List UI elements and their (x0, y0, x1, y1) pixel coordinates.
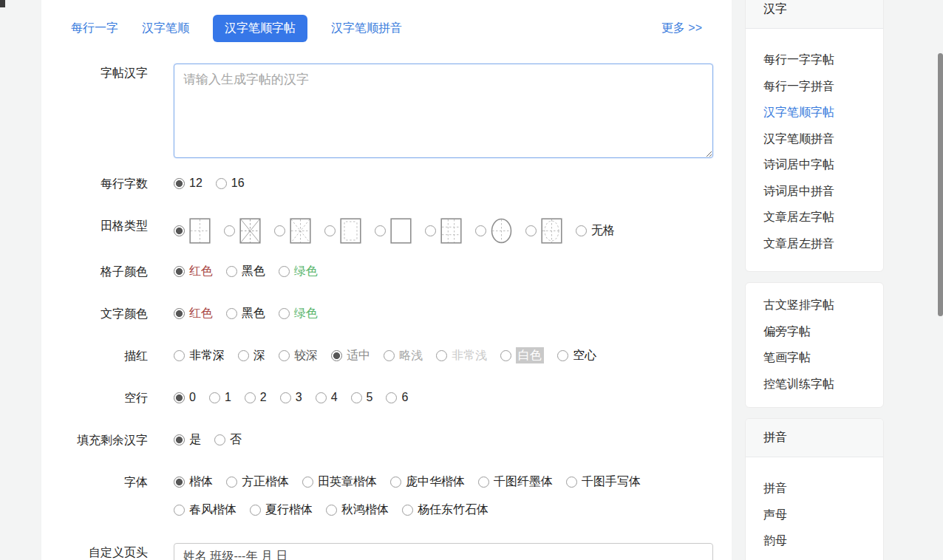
scrollbar-thumb[interactable] (938, 53, 943, 316)
grid-type-radio-5[interactable] (425, 225, 436, 236)
font-style-option-3[interactable]: 庞中华楷体 (390, 473, 465, 491)
sidebar-item-one-char-pinyin[interactable]: 每行一字拼音 (746, 73, 883, 100)
tracing-depth-radio-2[interactable] (279, 350, 290, 361)
font-style-radio-2[interactable] (302, 477, 313, 488)
blank-lines-option-4[interactable]: 4 (316, 389, 338, 406)
sidebar-item-classical-vertical-copybook[interactable]: 古文竖排字帖 (746, 292, 883, 318)
grid-type-radio-8[interactable] (576, 225, 587, 236)
font-style-radio-4[interactable] (478, 477, 489, 488)
sidebar-item-whole-syllables[interactable]: 整体认读 (746, 554, 883, 560)
sidebar-item-stroke-copybook[interactable]: 笔画字帖 (746, 344, 883, 371)
font-style-radio-5[interactable] (566, 477, 577, 488)
fill-remaining-radio-0[interactable] (174, 434, 185, 445)
tracing-depth-option-4[interactable]: 略浅 (384, 346, 423, 364)
tracing-depth-radio-7[interactable] (557, 350, 568, 361)
fill-remaining-option-1[interactable]: 否 (214, 431, 242, 448)
grid-type-option-1[interactable] (224, 216, 261, 245)
tracing-depth-radio-6[interactable] (500, 350, 511, 361)
sidebar-item-poem-centered-copybook[interactable]: 诗词居中字帖 (746, 151, 883, 178)
grid-color-option-0[interactable]: 红色 (174, 262, 213, 280)
copybook-characters-input[interactable] (174, 64, 713, 158)
tracing-depth-option-0[interactable]: 非常深 (174, 346, 225, 364)
tracing-depth-option-3[interactable]: 适中 (331, 346, 370, 364)
font-style-radio-1[interactable] (226, 477, 237, 488)
font-style-radio-3[interactable] (390, 477, 401, 488)
tracing-depth-option-6[interactable]: 白色 (500, 346, 544, 364)
grid-color-radio-2[interactable] (279, 266, 290, 277)
tracing-depth-option-2[interactable]: 较深 (279, 346, 318, 364)
grid-type-radio-7[interactable] (525, 225, 537, 236)
grid-type-option-6[interactable] (475, 216, 512, 245)
blank-lines-option-3[interactable]: 3 (280, 389, 302, 406)
tracing-depth-radio-4[interactable] (384, 350, 395, 361)
font-style-option-5[interactable]: 千图手写体 (566, 473, 641, 491)
sidebar-item-one-char-copybook[interactable]: 每行一字字帖 (746, 47, 883, 73)
font-style-option-8[interactable]: 秋鸿楷体 (326, 501, 389, 519)
grid-type-option-7[interactable] (525, 216, 562, 245)
sidebar-item-article-left-copybook[interactable]: 文章居左字帖 (746, 204, 883, 231)
grid-color-option-2[interactable]: 绿色 (279, 262, 318, 280)
tab-stroke-order[interactable]: 汉字笔顺 (142, 15, 189, 42)
chars-per-row-option-1[interactable]: 16 (216, 174, 245, 192)
grid-type-option-8[interactable]: 无格 (576, 216, 615, 245)
tracing-depth-option-7[interactable]: 空心 (557, 346, 596, 364)
blank-lines-radio-0[interactable] (174, 392, 185, 403)
blank-lines-radio-3[interactable] (280, 392, 291, 403)
tab-stroke-order-pinyin[interactable]: 汉字笔顺拼音 (331, 15, 402, 42)
grid-color-radio-0[interactable] (174, 266, 185, 277)
sidebar-item-stroke-order-copybook[interactable]: 汉字笔顺字帖 (746, 99, 883, 126)
custom-header-input[interactable] (174, 543, 713, 560)
blank-lines-radio-2[interactable] (245, 392, 256, 403)
grid-color-option-1[interactable]: 黑色 (226, 262, 265, 280)
tracing-depth-radio-1[interactable] (238, 350, 249, 361)
grid-type-option-5[interactable] (425, 216, 462, 245)
blank-lines-radio-4[interactable] (316, 392, 327, 403)
grid-type-radio-4[interactable] (375, 225, 386, 236)
tracing-depth-option-5[interactable]: 非常浅 (436, 346, 487, 364)
sidebar-item-radical-copybook[interactable]: 偏旁字帖 (746, 318, 883, 345)
sidebar-item-poem-centered-pinyin[interactable]: 诗词居中拼音 (746, 178, 883, 205)
text-color-option-0[interactable]: 红色 (174, 304, 213, 322)
blank-lines-option-2[interactable]: 2 (245, 389, 267, 406)
font-style-radio-0[interactable] (174, 477, 185, 488)
text-color-option-1[interactable]: 黑色 (226, 304, 265, 322)
tracing-depth-radio-0[interactable] (174, 350, 185, 361)
font-style-option-1[interactable]: 方正楷体 (226, 473, 289, 491)
more-link[interactable]: 更多 >> (661, 21, 702, 36)
grid-type-radio-2[interactable] (274, 225, 285, 236)
chars-per-row-radio-0[interactable] (174, 178, 185, 189)
font-style-option-2[interactable]: 田英章楷体 (302, 473, 377, 491)
sidebar-item-stroke-order-pinyin[interactable]: 汉字笔顺拼音 (746, 126, 883, 152)
grid-type-option-3[interactable] (324, 216, 361, 245)
sidebar-item-article-left-pinyin[interactable]: 文章居左拼音 (746, 231, 883, 257)
grid-type-radio-3[interactable] (324, 225, 336, 236)
grid-type-option-4[interactable] (375, 216, 412, 245)
text-color-radio-2[interactable] (279, 308, 290, 319)
text-color-radio-0[interactable] (174, 308, 185, 319)
grid-type-radio-1[interactable] (224, 225, 235, 236)
fill-remaining-option-0[interactable]: 是 (174, 431, 201, 448)
grid-type-option-0[interactable] (174, 216, 211, 245)
font-style-option-7[interactable]: 夏行楷体 (250, 501, 313, 519)
blank-lines-option-0[interactable]: 0 (174, 389, 196, 406)
grid-type-radio-6[interactable] (475, 225, 486, 236)
grid-type-option-2[interactable] (274, 216, 311, 245)
font-style-option-4[interactable]: 千图纤墨体 (478, 473, 553, 491)
sidebar-item-initials[interactable]: 声母 (746, 502, 883, 528)
blank-lines-radio-5[interactable] (351, 392, 362, 403)
font-style-radio-8[interactable] (326, 505, 337, 516)
font-style-option-0[interactable]: 楷体 (174, 473, 213, 491)
text-color-radio-1[interactable] (226, 308, 237, 319)
tracing-depth-radio-5[interactable] (436, 350, 447, 361)
blank-lines-option-5[interactable]: 5 (351, 389, 373, 406)
fill-remaining-radio-1[interactable] (214, 434, 225, 445)
font-style-option-9[interactable]: 杨任东竹石体 (402, 501, 488, 519)
blank-lines-radio-6[interactable] (386, 392, 397, 403)
tab-stroke-order-copybook[interactable]: 汉字笔顺字帖 (213, 15, 307, 42)
grid-type-radio-0[interactable] (174, 225, 185, 236)
font-style-radio-7[interactable] (250, 505, 261, 516)
font-style-radio-6[interactable] (174, 505, 185, 516)
blank-lines-option-6[interactable]: 6 (386, 389, 408, 406)
font-style-radio-9[interactable] (402, 505, 413, 516)
sidebar-item-finals[interactable]: 韵母 (746, 527, 883, 554)
